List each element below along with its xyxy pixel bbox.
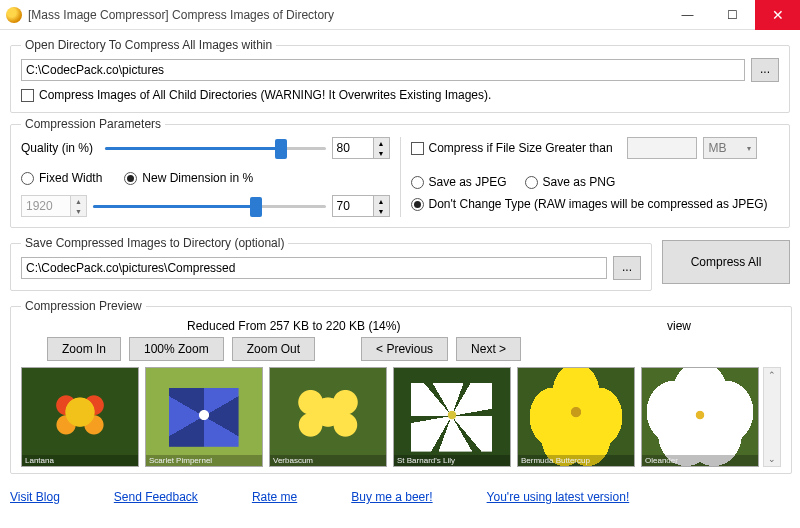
compress-if-size-checkbox[interactable]: Compress if File Size Greater than (411, 141, 613, 155)
window-title: [Mass Image Compressor] Compress Images … (28, 8, 665, 22)
view-label: view (667, 319, 691, 333)
dimension-slider[interactable] (93, 195, 326, 217)
rate-me-link[interactable]: Rate me (252, 490, 297, 504)
compress-children-checkbox[interactable]: Compress Images of All Child Directories… (21, 88, 491, 102)
thumbnail-scrollbar[interactable]: ⌃ ⌄ (763, 367, 781, 467)
thumbnail-strip: Lantana Scarlet Pimpernel Verbascum St B… (21, 367, 759, 467)
dont-change-type-radio[interactable]: Don't Change Type (RAW images will be co… (411, 197, 768, 211)
dest-path-input[interactable] (21, 257, 607, 279)
quality-spinner[interactable]: ▲▼ (332, 137, 390, 159)
source-path-input[interactable] (21, 59, 745, 81)
quality-label: Quality (in %) (21, 141, 99, 155)
save-png-radio[interactable]: Save as PNG (525, 175, 616, 189)
thumbnail[interactable]: Bermuda Buttercup (517, 367, 635, 467)
thumbnail[interactable]: Lantana (21, 367, 139, 467)
footer-links: Visit Blog Send Feedback Rate me Buy me … (0, 484, 800, 504)
open-dir-legend: Open Directory To Compress All Images wi… (21, 38, 276, 52)
params-group: Compression Parameters Quality (in %) ▲▼… (10, 117, 790, 228)
latest-version-link[interactable]: You're using latest version! (487, 490, 630, 504)
close-button[interactable]: ✕ (755, 0, 800, 30)
zoom-100-button[interactable]: 100% Zoom (129, 337, 224, 361)
save-dir-legend: Save Compressed Images to Directory (opt… (21, 236, 288, 250)
minimize-button[interactable]: — (665, 0, 710, 30)
send-feedback-link[interactable]: Send Feedback (114, 490, 198, 504)
previous-button[interactable]: < Previous (361, 337, 448, 361)
scroll-up-icon[interactable]: ⌃ (768, 368, 776, 382)
browse-dest-button[interactable]: ... (613, 256, 641, 280)
size-unit-select[interactable]: MB▾ (703, 137, 757, 159)
preview-group: Compression Preview Reduced From 257 KB … (10, 299, 792, 474)
scroll-down-icon[interactable]: ⌄ (768, 452, 776, 466)
quality-slider[interactable] (105, 137, 326, 159)
zoom-in-button[interactable]: Zoom In (47, 337, 121, 361)
thumbnail[interactable]: Verbascum (269, 367, 387, 467)
save-dir-group: Save Compressed Images to Directory (opt… (10, 236, 652, 291)
next-button[interactable]: Next > (456, 337, 521, 361)
titlebar: [Mass Image Compressor] Compress Images … (0, 0, 800, 30)
size-threshold-input[interactable] (627, 137, 697, 159)
thumbnail[interactable]: Scarlet Pimpernel (145, 367, 263, 467)
open-dir-group: Open Directory To Compress All Images wi… (10, 38, 790, 113)
browse-source-button[interactable]: ... (751, 58, 779, 82)
new-dimension-radio[interactable]: New Dimension in % (124, 171, 253, 185)
dimension-spinner[interactable]: ▲▼ (332, 195, 390, 217)
zoom-out-button[interactable]: Zoom Out (232, 337, 315, 361)
preview-legend: Compression Preview (21, 299, 146, 313)
app-icon (6, 7, 22, 23)
visit-blog-link[interactable]: Visit Blog (10, 490, 60, 504)
buy-beer-link[interactable]: Buy me a beer! (351, 490, 432, 504)
maximize-button[interactable]: ☐ (710, 0, 755, 30)
compress-all-button[interactable]: Compress All (662, 240, 790, 284)
fixed-width-radio[interactable]: Fixed Width (21, 171, 102, 185)
save-jpeg-radio[interactable]: Save as JPEG (411, 175, 507, 189)
thumbnail[interactable]: St Barnard's Lily (393, 367, 511, 467)
params-legend: Compression Parameters (21, 117, 165, 131)
reduced-text: Reduced From 257 KB to 220 KB (14%) (187, 319, 400, 333)
thumbnail[interactable]: Oleander (641, 367, 759, 467)
fixed-width-spinner[interactable]: ▲▼ (21, 195, 87, 217)
